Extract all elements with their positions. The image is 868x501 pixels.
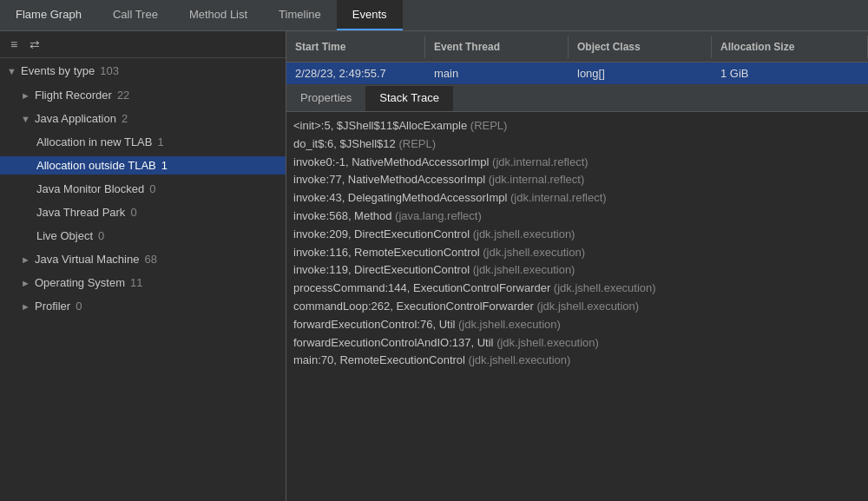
stack-method: invoke:116, RemoteExecutionControl: [293, 246, 483, 259]
tab-flame-graph[interactable]: Flame Graph: [0, 0, 97, 30]
cell-event-thread: main: [425, 63, 569, 84]
operating-system-label: Operating System: [35, 276, 125, 289]
expand-icon-events-by-type: ▼: [7, 66, 17, 76]
tree-java-thread-park[interactable]: Java Thread Park 0: [0, 201, 286, 224]
java-virtual-machine-label: Java Virtual Machine: [35, 253, 139, 266]
table-row[interactable]: 2/28/23, 2:49:55.7 main long[] 1 GiB: [286, 63, 868, 85]
tree-operating-system[interactable]: ► Operating System 11: [0, 271, 286, 294]
stack-package: (jdk.internal.reflect): [489, 173, 585, 186]
stack-line: forwardExecutionControl:76, Util (jdk.js…: [293, 316, 861, 334]
live-object-count: 0: [98, 229, 104, 242]
stack-line: main:70, RemoteExecutionControl (jdk.jsh…: [293, 352, 861, 370]
flight-recorder-label: Flight Recorder: [35, 89, 112, 102]
allocation-outside-tlab-label: Allocation outside TLAB: [36, 159, 156, 172]
stack-package: (jdk.jshell.execution): [458, 318, 561, 331]
right-panel: Start Time Event Thread Object Class All…: [286, 31, 868, 501]
stack-line: invoke:77, NativeMethodAccessorImpl (jdk…: [293, 171, 861, 189]
expand-icon-os: ►: [21, 278, 31, 288]
tree-java-monitor-blocked[interactable]: Java Monitor Blocked 0: [0, 177, 286, 201]
java-thread-park-label: Java Thread Park: [36, 206, 125, 219]
expand-icon-flight-recorder: ►: [21, 90, 31, 101]
stack-package: (jdk.jshell.execution): [496, 336, 599, 349]
col-header-event-thread: Event Thread: [425, 36, 569, 58]
stack-line: invoke:568, Method (java.lang.reflect): [293, 208, 861, 226]
java-virtual-machine-count: 68: [144, 253, 156, 266]
stack-method: commandLoop:262, ExecutionControlForward…: [293, 300, 536, 313]
top-tab-bar: Flame Graph Call Tree Method List Timeli…: [0, 0, 868, 31]
stack-trace-area[interactable]: <init>:5, $JShell$11$AllocExample (REPL)…: [286, 112, 868, 501]
stack-package: (jdk.jshell.execution): [483, 246, 585, 259]
flight-recorder-count: 22: [117, 89, 129, 102]
stack-method: forwardExecutionControlAndIO:137, Util: [293, 336, 496, 349]
bottom-tab-bar: Properties Stack Trace: [286, 86, 868, 112]
stack-line: forwardExecutionControlAndIO:137, Util (…: [293, 334, 861, 353]
tree-live-object[interactable]: Live Object 0: [0, 224, 286, 247]
sidebar-toolbar: ≡ ⇄: [0, 31, 286, 58]
tree-events-by-type[interactable]: ▼ Events by type 103: [0, 58, 286, 83]
java-application-count: 2: [122, 112, 128, 125]
stack-package: (jdk.internal.reflect): [510, 191, 607, 204]
tab-properties[interactable]: Properties: [286, 85, 365, 111]
collapse-all-button[interactable]: ⇄: [26, 36, 43, 53]
cell-alloc-size: 1 GiB: [712, 63, 868, 84]
stack-method: main:70, RemoteExecutionControl: [293, 353, 469, 366]
profiler-count: 0: [76, 300, 82, 313]
stack-method: invoke:209, DirectExecutionControl: [293, 227, 473, 241]
tree-java-application[interactable]: ▼ Java Application 2: [0, 107, 286, 130]
stack-line: do_it$:6, $JShell$12 (REPL): [293, 135, 861, 154]
allocation-in-new-tlab-count: 1: [157, 135, 163, 148]
operating-system-count: 11: [130, 276, 142, 289]
java-monitor-blocked-count: 0: [149, 182, 155, 195]
stack-line: <init>:5, $JShell$11$AllocExample (REPL): [293, 117, 861, 135]
col-header-alloc-size: Allocation Size: [712, 36, 868, 58]
tab-events[interactable]: Events: [337, 0, 403, 30]
live-object-label: Live Object: [36, 229, 93, 242]
bottom-panel: Properties Stack Trace <init>:5, $JShell…: [286, 85, 868, 501]
stack-package: (jdk.jshell.execution): [473, 263, 575, 276]
stack-line: invoke:209, DirectExecutionControl (jdk.…: [293, 226, 861, 244]
java-application-label: Java Application: [35, 112, 116, 125]
stack-method: forwardExecutionControl:76, Util: [293, 318, 458, 331]
tab-timeline[interactable]: Timeline: [263, 0, 337, 30]
tree-allocation-outside-tlab[interactable]: Allocation outside TLAB 1: [0, 154, 286, 177]
stack-line: invoke:119, DirectExecutionControl (jdk.…: [293, 261, 861, 280]
stack-package: (java.lang.reflect): [395, 209, 482, 222]
stack-method: invoke:77, NativeMethodAccessorImpl: [293, 173, 489, 186]
cell-start-time: 2/28/23, 2:49:55.7: [286, 63, 425, 84]
tree-java-virtual-machine[interactable]: ► Java Virtual Machine 68: [0, 247, 286, 271]
sidebar: ≡ ⇄ ▼ Events by type 103 ► Flight Record…: [0, 31, 286, 501]
stack-method: invoke0:-1, NativeMethodAccessorImpl: [293, 155, 492, 168]
stack-package: (jdk.jshell.execution): [536, 300, 639, 313]
table-header: Start Time Event Thread Object Class All…: [286, 31, 868, 63]
stack-package: (jdk.jshell.execution): [554, 281, 656, 294]
tab-call-tree[interactable]: Call Tree: [97, 0, 174, 30]
expand-icon-jvm: ►: [21, 254, 31, 265]
stack-line: invoke:43, DelegatingMethodAccessorImpl …: [293, 189, 861, 208]
java-thread-park-count: 0: [130, 206, 136, 219]
stack-package: (jdk.internal.reflect): [492, 155, 589, 168]
expand-icon-profiler: ►: [21, 301, 31, 312]
stack-package: (REPL): [398, 137, 436, 150]
profiler-label: Profiler: [35, 300, 70, 313]
expand-all-button[interactable]: ≡: [7, 36, 21, 53]
stack-line: processCommand:144, ExecutionControlForw…: [293, 280, 861, 298]
allocation-outside-tlab-count: 1: [161, 159, 168, 172]
stack-method: do_it$:6, $JShell$12: [293, 137, 398, 150]
java-monitor-blocked-label: Java Monitor Blocked: [36, 182, 144, 195]
stack-method: invoke:568, Method: [293, 209, 395, 222]
events-by-type-label: Events by type: [21, 64, 95, 77]
stack-method: <init>:5, $JShell$11$AllocExample: [293, 119, 470, 132]
stack-method: processCommand:144, ExecutionControlForw…: [293, 281, 554, 294]
col-header-start-time: Start Time: [286, 36, 425, 58]
allocation-in-new-tlab-label: Allocation in new TLAB: [36, 135, 152, 148]
col-header-object-class: Object Class: [569, 36, 712, 58]
cell-object-class: long[]: [569, 63, 712, 84]
events-by-type-count: 103: [100, 64, 119, 77]
tab-method-list[interactable]: Method List: [174, 0, 263, 30]
tree-flight-recorder[interactable]: ► Flight Recorder 22: [0, 83, 286, 107]
tree-allocation-in-new-tlab[interactable]: Allocation in new TLAB 1: [0, 130, 286, 154]
tab-stack-trace[interactable]: Stack Trace: [365, 85, 453, 111]
stack-line: invoke0:-1, NativeMethodAccessorImpl (jd…: [293, 154, 861, 172]
stack-method: invoke:43, DelegatingMethodAccessorImpl: [293, 191, 510, 204]
tree-profiler[interactable]: ► Profiler 0: [0, 294, 286, 318]
